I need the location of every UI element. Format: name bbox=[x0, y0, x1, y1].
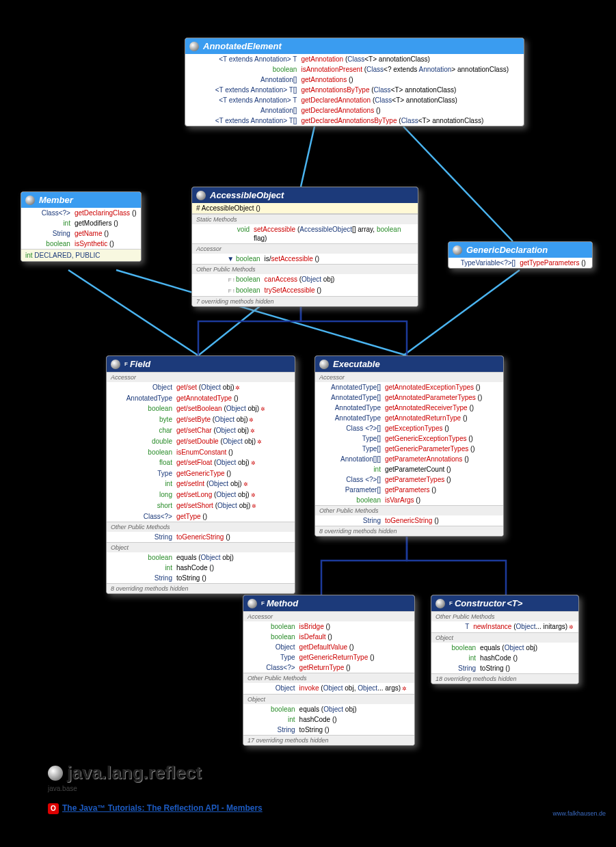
constants: int DECLARED, PUBLIC bbox=[21, 249, 141, 261]
section-other: Other Public Methods bbox=[431, 611, 578, 621]
class-icon bbox=[111, 360, 120, 369]
section-accessor: Accessor bbox=[192, 243, 418, 254]
rows: Objectinvoke (Object obj, Object... args… bbox=[243, 683, 414, 694]
class-icon bbox=[196, 191, 206, 200]
class-header: FConstructor<T> bbox=[431, 595, 578, 611]
site-link[interactable]: www.falkhausen.de bbox=[552, 810, 606, 817]
class-title: Executable bbox=[333, 359, 380, 369]
class-icon bbox=[319, 360, 329, 369]
rows: Class<?>getDeclaringClass ()intgetModifi… bbox=[21, 208, 141, 249]
section-other: Other Public Methods bbox=[315, 505, 503, 515]
package-title: java.lang.reflect bbox=[67, 762, 202, 783]
section-other: Other Public Methods bbox=[243, 673, 414, 683]
class-icon bbox=[189, 42, 199, 51]
class-accessible-object: AccessibleObject # AccessibleObject () S… bbox=[191, 187, 418, 307]
modifier: F bbox=[261, 600, 265, 606]
class-title: Field bbox=[130, 359, 150, 369]
section-static: Static Methods bbox=[192, 214, 418, 224]
rows: StringtoGenericString () bbox=[315, 515, 503, 526]
constructor: # AccessibleObject () bbox=[192, 203, 418, 214]
section-object: Object bbox=[431, 632, 578, 643]
class-generic-declaration: GenericDeclaration TypeVariable<?>[]getT… bbox=[448, 241, 593, 269]
hidden-note: 17 overriding methods hidden bbox=[243, 735, 414, 745]
class-icon bbox=[436, 599, 445, 608]
class-header: Member bbox=[21, 192, 141, 208]
hidden-note: 18 overriding methods hidden bbox=[431, 673, 578, 684]
class-title: Member bbox=[39, 195, 73, 205]
rows: TypeVariable<?>[]getTypeParameters () bbox=[448, 258, 592, 268]
rows: StringtoGenericString () bbox=[107, 532, 295, 542]
oracle-icon: O bbox=[48, 803, 59, 814]
rows: booleanequals (Object obj)inthashCode ()… bbox=[107, 552, 295, 583]
section-accessor: Accessor bbox=[315, 372, 503, 382]
class-header: AccessibleObject bbox=[192, 187, 418, 203]
class-member: Member Class<?>getDeclaringClass ()intge… bbox=[21, 191, 142, 262]
hidden-note: 7 overriding methods hidden bbox=[192, 296, 418, 306]
class-header: Executable bbox=[315, 356, 503, 372]
hidden-note: 8 overriding methods hidden bbox=[315, 526, 503, 536]
svg-line-0 bbox=[301, 126, 314, 187]
rows: <T extends Annotation> TgetAnnotation (C… bbox=[185, 54, 524, 126]
class-header: FField bbox=[107, 356, 295, 372]
class-icon bbox=[453, 245, 462, 255]
class-title: Constructor bbox=[455, 598, 505, 608]
class-title: AccessibleObject bbox=[210, 190, 284, 200]
rows: ▼ booleanis/setAccessible () bbox=[192, 254, 418, 264]
type-param: <T> bbox=[507, 598, 522, 608]
package-module: java.base bbox=[48, 785, 77, 792]
modifier: F bbox=[449, 600, 453, 606]
section-accessor: Accessor bbox=[107, 372, 295, 382]
svg-line-4 bbox=[68, 270, 198, 355]
class-title: GenericDeclaration bbox=[466, 245, 548, 255]
class-annotated-element: AnnotatedElement <T extends Annotation> … bbox=[185, 38, 524, 126]
section-accessor: Accessor bbox=[243, 611, 414, 621]
svg-line-1 bbox=[403, 126, 513, 241]
section-object: Object bbox=[243, 694, 414, 704]
rows: TnewInstance (Object... initargs)✲ bbox=[431, 621, 578, 632]
rows: F !booleancanAccess (Object obj)F !boole… bbox=[192, 274, 418, 296]
package-icon bbox=[48, 766, 63, 781]
rows: AnnotatedType[]getAnnotatedExceptionType… bbox=[315, 382, 503, 505]
class-header: GenericDeclaration bbox=[448, 242, 592, 258]
class-field: FField Accessor Objectget/set (Object ob… bbox=[106, 355, 295, 594]
rows: booleanisBridge ()booleanisDefault ()Obj… bbox=[243, 621, 414, 673]
section-other: Other Public Methods bbox=[107, 522, 295, 532]
class-icon bbox=[247, 599, 257, 608]
tutorial-link[interactable]: OThe Java™ Tutorials: The Reflection API… bbox=[48, 803, 263, 814]
class-title: Method bbox=[267, 598, 298, 608]
rows: voidsetAccessible (AccessibleObject[] ar… bbox=[192, 224, 418, 243]
class-constructor: FConstructor<T> Other Public Methods Tne… bbox=[431, 595, 579, 684]
class-executable: Executable Accessor AnnotatedType[]getAn… bbox=[314, 355, 504, 537]
class-method: FMethod Accessor booleanisBridge ()boole… bbox=[243, 595, 415, 746]
hidden-note: 8 overriding methods hidden bbox=[107, 583, 295, 593]
rows: Objectget/set (Object obj)✲AnnotatedType… bbox=[107, 382, 295, 522]
modifier: F bbox=[124, 361, 128, 367]
rows: booleanequals (Object obj)inthashCode ()… bbox=[243, 704, 414, 735]
class-title: AnnotatedElement bbox=[203, 41, 282, 51]
section-other: Other Public Methods bbox=[192, 264, 418, 274]
class-header: FMethod bbox=[243, 595, 414, 611]
rows: booleanequals (Object obj)inthashCode ()… bbox=[431, 643, 578, 673]
class-header: AnnotatedElement bbox=[185, 38, 524, 54]
section-object: Object bbox=[107, 542, 295, 552]
svg-line-3 bbox=[403, 270, 520, 355]
class-icon bbox=[25, 196, 35, 205]
